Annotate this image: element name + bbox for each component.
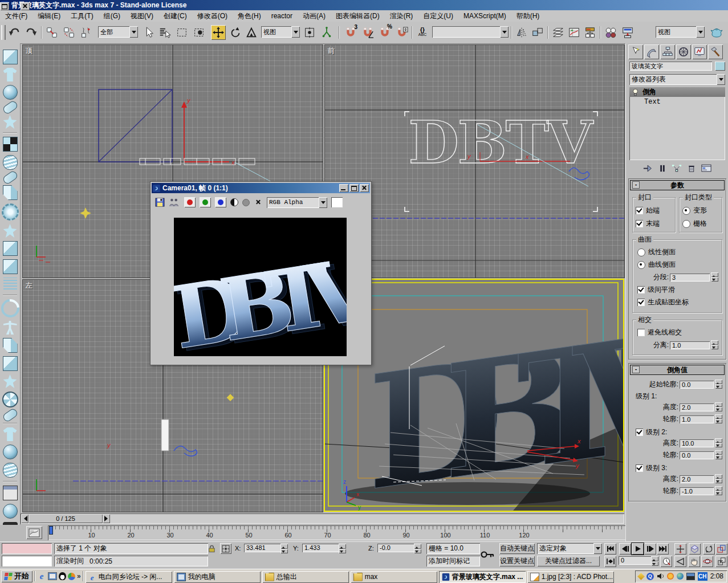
elbow-pipe-icon[interactable] [3, 185, 18, 200]
menu-item[interactable]: 自定义(U) [418, 10, 458, 22]
maxscript-mini-listener-pink[interactable] [2, 543, 52, 554]
previous-frame-button[interactable] [619, 543, 631, 555]
dropdown-arrow-icon[interactable] [319, 197, 327, 208]
window-crossing-toggle-button[interactable] [192, 25, 206, 40]
biped-man-icon[interactable] [3, 321, 17, 335]
linear-sides-radio[interactable] [637, 248, 645, 256]
linked-boxes-icon[interactable] [3, 356, 18, 371]
gold-diamond-tray-icon[interactable] [637, 573, 645, 580]
curve-sides-radio[interactable] [637, 261, 645, 269]
more-toolbars-chevron[interactable]: » [77, 572, 81, 580]
generate-mapping-coords-checkbox[interactable] [637, 299, 645, 306]
star-icon[interactable] [3, 115, 17, 129]
taskbar-button-forum[interactable]: e电白同乡论坛 -> 闲... [86, 571, 172, 583]
alpha-channel-icon[interactable] [242, 199, 250, 206]
frame-spinner[interactable] [651, 556, 658, 566]
door-icon[interactable] [3, 338, 18, 353]
level3-height-field[interactable]: 2.0 [680, 475, 714, 483]
min-max-toggle-icon[interactable] [715, 556, 727, 567]
y-coordinate-field[interactable]: 1.433 [302, 544, 340, 552]
cap-morph-radio[interactable] [682, 207, 690, 215]
segments-spinner[interactable] [711, 272, 718, 282]
stack-item-bevel[interactable]: 倒角 [629, 87, 725, 97]
weathervane-icon[interactable] [3, 224, 17, 238]
cap-grid-radio[interactable] [682, 220, 690, 228]
torus-knot-icon[interactable] [0, 295, 23, 321]
reference-coordinate-dropdown[interactable]: 视图 [261, 26, 300, 38]
menu-item[interactable]: 帮助(H) [511, 10, 545, 22]
time-configuration-button[interactable] [660, 556, 672, 567]
menu-item[interactable]: 角色(H) [233, 10, 266, 22]
cap-start-checkbox[interactable] [636, 207, 643, 214]
spindle-icon[interactable] [2, 100, 19, 115]
level2-outline-spinner[interactable] [715, 450, 722, 459]
schematic-view-button[interactable] [583, 25, 597, 40]
wheel-icon[interactable] [2, 392, 18, 407]
level1-outline-field[interactable]: 1.0 [680, 415, 714, 423]
bevel-values-rollout-header[interactable]: -倒角值 [630, 365, 725, 375]
ball-m-icon[interactable] [3, 445, 18, 459]
boxes2-icon[interactable] [3, 259, 18, 274]
level3-height-spinner[interactable] [715, 474, 722, 483]
taskbar-button-output-folder[interactable]: 总输出 [262, 571, 349, 583]
tray-clock[interactable]: 2:08 [710, 572, 723, 580]
rendered-frame-window[interactable]: Camera01, 帧 0 (1:1) RGB Alpha DBTV DBTV [150, 181, 372, 365]
menu-item[interactable]: 修改器(O) [192, 10, 233, 22]
clone-window-icon[interactable] [169, 198, 180, 207]
level3-outline-spinner[interactable] [715, 486, 722, 495]
open-mini-curve-editor-button[interactable] [26, 526, 42, 539]
globe-tray-icon[interactable] [677, 573, 684, 580]
save-bitmap-icon[interactable] [155, 198, 165, 207]
selection-filter-dropdown[interactable]: 全部 [98, 26, 138, 38]
field-of-view-icon[interactable] [674, 556, 686, 567]
stack-item-text[interactable]: Text [629, 97, 725, 107]
dropdown-arrow-icon[interactable] [696, 26, 705, 38]
select-by-name-button[interactable] [157, 25, 172, 40]
gear-icon[interactable] [2, 203, 19, 221]
level3-checkbox[interactable] [636, 464, 643, 472]
close-button[interactable] [21, 2, 30, 10]
start-button[interactable]: 开始 [1, 570, 32, 582]
mirror-button[interactable] [514, 25, 529, 40]
checker-icon[interactable] [3, 137, 18, 152]
time-slider-handle[interactable]: 0 / 125 [29, 514, 103, 523]
use-pivot-point-center-button[interactable] [302, 25, 317, 40]
separation-spinner[interactable] [711, 340, 718, 349]
level1-height-field[interactable]: 2.0 [680, 403, 714, 411]
menu-item[interactable]: 渲染(R) [385, 10, 418, 22]
curve-editor-button[interactable] [567, 25, 581, 40]
menu-item[interactable]: 文件(F) [0, 10, 32, 22]
tencent-q-tray-icon[interactable]: Q [646, 573, 654, 580]
edit-named-selection-sets-button[interactable]: {}ABC [415, 25, 430, 40]
waves-icon[interactable] [3, 278, 17, 291]
boxes-icon[interactable] [3, 50, 18, 64]
z-spinner[interactable] [414, 544, 421, 553]
track-bar-ruler[interactable]: 102030405060708090100110120 [48, 525, 650, 540]
select-and-rotate-button[interactable] [228, 25, 243, 40]
arc-rotate-selected-icon[interactable] [701, 556, 713, 567]
tab-display[interactable] [692, 44, 707, 59]
material-editor-button[interactable] [603, 25, 618, 40]
menu-item[interactable]: MAXScript(M) [458, 10, 511, 22]
render-minimize-button[interactable] [339, 184, 348, 192]
selection-lock-icon[interactable] [208, 544, 216, 555]
menu-item[interactable]: 创建(C) [158, 10, 192, 22]
time-slider-left-arrow[interactable] [21, 514, 29, 523]
start-outline-field[interactable]: 0.0 [680, 381, 714, 389]
align-button[interactable] [530, 25, 545, 40]
absolute-offset-mode-toggle[interactable] [220, 543, 231, 554]
network-tray-icon[interactable] [686, 573, 695, 580]
angle-snap-toggle-button[interactable] [360, 25, 375, 40]
go-to-end-button[interactable] [657, 543, 669, 555]
spinner-snap-toggle-button[interactable] [394, 25, 409, 40]
tab-motion[interactable] [676, 44, 691, 59]
asset-browser-icon[interactable] [3, 504, 18, 519]
layer-manager-button[interactable] [551, 25, 566, 40]
tab-create[interactable] [628, 44, 643, 59]
modifier-enabled-bulb-icon[interactable] [632, 88, 639, 96]
show-end-result-icon[interactable] [659, 164, 666, 173]
collapse-icon[interactable]: - [632, 366, 640, 373]
spring-icon[interactable] [3, 155, 18, 170]
wmp-icon[interactable] [68, 573, 75, 580]
object-color-swatch[interactable] [715, 62, 725, 71]
